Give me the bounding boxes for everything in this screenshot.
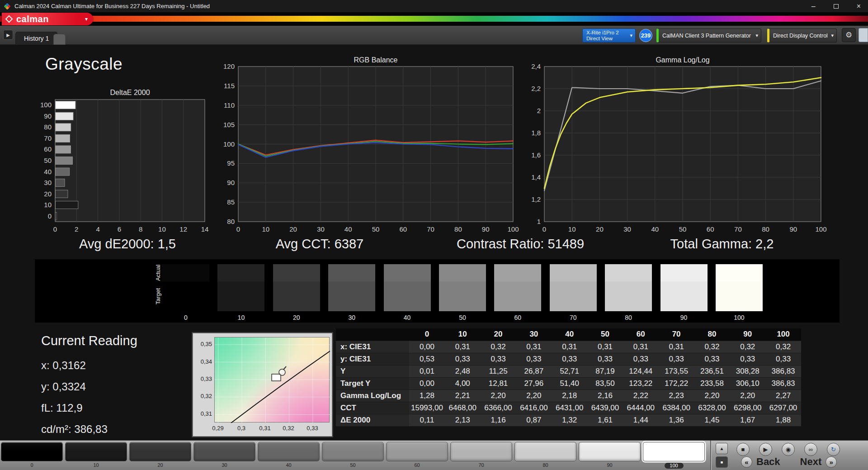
row-label: Gamma Log/Log — [336, 389, 409, 402]
pattern-swatch — [643, 442, 705, 461]
svg-text:12: 12 — [179, 225, 187, 233]
svg-text:4: 4 — [96, 225, 99, 233]
settings-button[interactable]: ⚙ — [842, 28, 856, 42]
table-row: Gamma Log/Log1,282,212,202,202,182,162,2… — [336, 389, 801, 402]
table-cell: 1,16 — [481, 414, 516, 426]
table-cell: 15993,00 — [409, 402, 445, 414]
pattern-swatch — [579, 442, 641, 461]
swatch-label: 80 — [625, 314, 632, 321]
pattern-button-90[interactable]: 90 — [579, 442, 641, 469]
window-title: Calman 2024 Calman Ultimate for Business… — [14, 3, 210, 9]
svg-text:1,6: 1,6 — [531, 151, 541, 159]
svg-text:90: 90 — [482, 225, 490, 233]
row-label: Target Y — [336, 377, 409, 389]
table-cell: 0,33 — [765, 353, 801, 365]
svg-text:80: 80 — [762, 225, 769, 233]
display-control-dropdown[interactable]: Direct Display Control ▾ — [767, 28, 837, 43]
table-cell: 172,22 — [659, 377, 694, 389]
table-cell: 6384,00 — [659, 402, 694, 414]
table-header-cell: 60 — [623, 328, 659, 341]
meter-count-badge[interactable]: 239 — [639, 29, 652, 42]
pattern-swatch — [65, 442, 127, 461]
swatch-label: 90 — [680, 314, 688, 321]
link-button[interactable]: ∞ — [804, 443, 817, 456]
table-cell: 0,32 — [694, 341, 730, 353]
meter-name: X-Rite i1Pro 2 — [586, 30, 619, 36]
pattern-button-60[interactable]: 60 — [386, 442, 448, 469]
refresh-button[interactable]: ↻ — [827, 443, 840, 456]
svg-text:30: 30 — [317, 225, 325, 233]
table-cell: 2,18 — [552, 389, 587, 402]
tab-history-1[interactable]: History 1 — [15, 32, 57, 45]
svg-text:100: 100 — [40, 101, 52, 109]
pattern-button-80[interactable]: 80 — [514, 442, 576, 469]
cie-x-tick: 0,29 — [210, 425, 226, 432]
grayscale-swatch-70: 70 — [550, 264, 597, 321]
logo-row: calman ▾ — [0, 12, 868, 26]
pattern-button-40[interactable]: 40 — [258, 442, 320, 469]
next-button[interactable]: Next — [800, 456, 822, 468]
history-nav-button[interactable]: ▶ — [3, 30, 13, 40]
pattern-button-100[interactable]: 100 — [643, 442, 705, 469]
swatch-label: 0 — [184, 314, 188, 321]
toolbar-controls: ▲ ■ ■ ▶ ◉ ∞ ↻ « Back Next » — [710, 441, 868, 470]
calman-logo-button[interactable]: calman ▾ — [2, 13, 93, 25]
next-button-icon[interactable]: » — [826, 456, 837, 468]
back-button[interactable]: Back — [756, 456, 780, 468]
pattern-window-button[interactable]: ■ — [716, 456, 728, 468]
svg-text:20: 20 — [289, 225, 297, 233]
pattern-button-20[interactable]: 20 — [129, 442, 191, 469]
row-label: x: CIE31 — [336, 341, 409, 353]
pattern-button-30[interactable]: 30 — [193, 442, 255, 469]
stop-icon: ■ — [741, 446, 745, 453]
table-cell: 0,33 — [445, 353, 481, 365]
table-cell: 1,36 — [659, 414, 694, 426]
pattern-swatch — [386, 442, 448, 461]
table-cell: 0,53 — [409, 353, 445, 365]
refresh-icon: ↻ — [831, 446, 836, 453]
minimize-button[interactable]: – — [811, 3, 816, 10]
svg-text:10: 10 — [568, 225, 576, 233]
table-cell: 2,20 — [481, 389, 516, 402]
meter-dropdown[interactable]: X-Rite i1Pro 2 Direct View ▾ — [582, 28, 636, 43]
svg-text:6: 6 — [118, 225, 121, 233]
svg-text:2,4: 2,4 — [531, 62, 541, 70]
reading-fl: fL: 112,9 — [41, 402, 137, 414]
play-button[interactable]: ▶ — [759, 443, 772, 456]
svg-text:0: 0 — [236, 225, 240, 233]
record-button[interactable]: ◉ — [782, 443, 795, 456]
cie-x-tick: 0,33 — [304, 425, 321, 432]
table-row: x: CIE310,000,310,320,310,310,310,310,31… — [336, 341, 801, 353]
table-cell: 0,32 — [765, 341, 801, 353]
close-button[interactable]: × — [857, 3, 861, 10]
chevron-down-icon: ▾ — [753, 33, 761, 38]
stop-button[interactable]: ■ — [736, 443, 750, 456]
pattern-button-70[interactable]: 70 — [450, 442, 512, 469]
table-cell: 1,28 — [409, 389, 445, 402]
rgb-balance-chart: RGB Balance01020304050607080901001201151… — [217, 55, 534, 234]
table-cell: 308,28 — [730, 365, 765, 377]
swatch-square — [384, 264, 431, 311]
link-icon: ∞ — [809, 446, 813, 453]
grayscale-swatch-20: 20 — [273, 264, 320, 321]
maximize-button[interactable] — [834, 3, 839, 10]
table-row: Target Y0,004,0012,8127,9651,4083,50123,… — [336, 377, 801, 389]
collapse-toolbar-button[interactable]: ▲ — [716, 443, 728, 454]
cie-y-tick: 0,34 — [197, 358, 212, 365]
panel-toggle-button[interactable] — [859, 28, 868, 42]
pattern-generator-dropdown[interactable]: CalMAN Client 3 Pattern Generator ▾ — [656, 28, 761, 43]
pattern-button-0[interactable]: 0 — [1, 442, 63, 469]
pattern-button-10[interactable]: 10 — [65, 442, 127, 469]
pattern-swatch — [450, 442, 512, 461]
tab-stub[interactable] — [53, 34, 66, 45]
table-cell: 386,83 — [765, 365, 801, 377]
target-axis-label: Target — [155, 283, 161, 310]
back-button-icon[interactable]: « — [741, 456, 752, 468]
pattern-button-50[interactable]: 50 — [322, 442, 384, 469]
grayscale-table-container: 0102030405060708090100x: CIE310,000,310,… — [336, 328, 801, 427]
swatch-square — [273, 264, 320, 311]
svg-text:110: 110 — [224, 101, 235, 109]
svg-text:2,2: 2,2 — [531, 85, 541, 92]
tab-arrow-icon: ▶ — [6, 33, 10, 38]
cie-x-tick: 0,32 — [280, 425, 297, 432]
